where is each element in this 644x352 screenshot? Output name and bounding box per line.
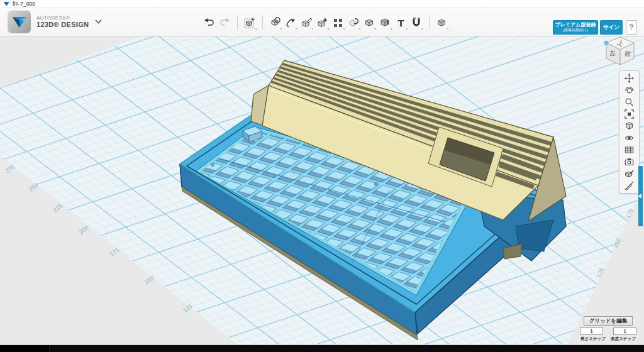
- brand-text: AUTODESK® 123D® DESIGN: [36, 15, 89, 29]
- orbit-button[interactable]: [621, 84, 638, 96]
- show-hide-button[interactable]: [621, 132, 638, 144]
- brand-123d-design: 123D® DESIGN: [36, 21, 89, 29]
- undo-button[interactable]: [202, 14, 216, 31]
- zoom-button[interactable]: [621, 96, 638, 108]
- app-menu[interactable]: AUTODESK® 123D® DESIGN: [8, 10, 102, 33]
- outline-toggle-button[interactable]: [621, 180, 638, 192]
- svg-text:T: T: [397, 18, 404, 28]
- construct-button[interactable]: [284, 14, 298, 31]
- premium-register-button[interactable]: プレミアム版登録 (商業利用向け): [553, 20, 598, 35]
- main-toolbar: AUTODESK® 123D® DESIGN: [0, 8, 644, 36]
- app-window: fm-7_000 AUTODESK® 123D® DESIGN: [0, 0, 644, 352]
- chevron-down-icon[interactable]: [95, 19, 102, 24]
- wireframe-button[interactable]: [621, 144, 638, 156]
- parts-drawer-handle[interactable]: [638, 166, 643, 226]
- navigation-palette: [619, 70, 640, 194]
- autodesk-123d-logo-icon: [8, 10, 31, 33]
- premium-register-sublabel: (商業利用向け): [553, 28, 597, 33]
- 3d-viewport[interactable]: 275 250 225 200 175 150 125 175 150 125: [0, 36, 644, 344]
- material-edit-button[interactable]: [621, 168, 638, 180]
- angle-snap-input[interactable]: [613, 327, 636, 335]
- tool-strip: T: [201, 12, 450, 33]
- view-cube-corner-handle[interactable]: [604, 41, 608, 45]
- primitives-button[interactable]: [243, 14, 257, 31]
- materials-button[interactable]: [378, 14, 392, 31]
- combine-button[interactable]: [347, 14, 361, 31]
- brand-autodesk: AUTODESK®: [36, 15, 89, 21]
- app-logo-icon: [4, 1, 9, 7]
- sign-in-button[interactable]: サインイン: [600, 20, 623, 35]
- angle-snap-label: 角度スナップ: [610, 336, 636, 342]
- toolbar-separator: [237, 16, 238, 30]
- snap-button[interactable]: [409, 14, 424, 31]
- header-buttons: プレミアム版登録 (商業利用向け) サインイン ?: [553, 20, 637, 35]
- sketch-button[interactable]: [268, 14, 282, 31]
- length-snap-label: 長さスナップ: [580, 336, 606, 342]
- modify-button[interactable]: [299, 14, 314, 31]
- snapshot-button[interactable]: [621, 156, 638, 168]
- bottom-bar: [0, 344, 644, 352]
- edit-grid-button[interactable]: グリッドを編集: [584, 316, 633, 326]
- redo-button[interactable]: [218, 14, 232, 31]
- help-button[interactable]: ?: [626, 20, 637, 35]
- length-snap-input[interactable]: [580, 327, 603, 335]
- text-button[interactable]: T: [394, 14, 408, 31]
- grouping-button[interactable]: [331, 14, 345, 31]
- view-button[interactable]: [435, 14, 449, 31]
- pattern-button[interactable]: [315, 14, 330, 31]
- title-bar: fm-7_000: [0, 0, 644, 8]
- window-title: fm-7_000: [13, 1, 35, 7]
- chevron-left-icon: [638, 194, 641, 199]
- toolbar-separator: [429, 16, 430, 30]
- measure-button[interactable]: [362, 14, 377, 31]
- view-cube[interactable]: 上 左 前: [602, 35, 638, 67]
- pan-button[interactable]: [621, 72, 638, 84]
- fit-button[interactable]: [621, 108, 638, 120]
- visual-style-button[interactable]: [621, 120, 638, 132]
- grid-settings-panel: グリッドを編集 長さスナップ 角度スナップ: [580, 316, 636, 342]
- bottom-bar-segment: [0, 346, 50, 352]
- premium-register-label: プレミアム版登録: [553, 22, 597, 28]
- toolbar-separator: [262, 16, 263, 30]
- scene: [0, 36, 644, 344]
